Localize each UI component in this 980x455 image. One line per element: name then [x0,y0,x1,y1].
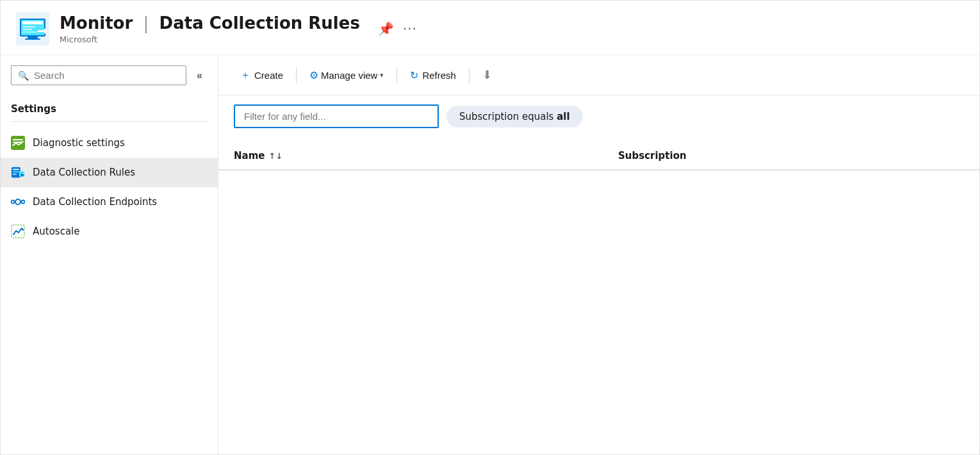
page-title: Monitor | Data Collection Rules [60,13,360,33]
svg-rect-17 [13,174,17,175]
toolbar: ＋ Create ⚙ Manage view ▾ ↻ Refresh ⬇ [218,55,979,95]
sidebar-search-box[interactable]: 🔍 [11,65,186,85]
sidebar-item-autoscale[interactable]: Autoscale [1,217,218,246]
toolbar-divider-2 [396,67,397,83]
autoscale-icon [11,224,25,238]
data-collection-rules-icon [11,165,25,179]
table-col-name-header[interactable]: Name ↑↓ [234,150,618,161]
create-label: Create [254,70,283,81]
svg-point-22 [22,201,25,204]
sidebar-item-diagnostic-settings[interactable]: Diagnostic settings [1,128,218,158]
app-icon [16,12,49,46]
svg-rect-5 [22,29,32,30]
plus-icon: ＋ [240,69,250,82]
svg-rect-16 [13,171,19,172]
download-button[interactable]: ⬇ [476,64,498,86]
svg-rect-7 [28,37,38,38]
header-actions: 📌 ··· [378,21,417,37]
diagnostic-settings-label: Diagnostic settings [33,137,125,149]
search-icon: 🔍 [18,70,29,81]
data-collection-endpoints-label: Data Collection Endpoints [33,196,157,208]
more-options-icon[interactable]: ··· [403,21,417,37]
collapse-sidebar-button[interactable]: « [192,67,208,84]
diagnostic-settings-icon [11,136,25,150]
subscription-label: Subscription equals [459,111,553,122]
title-suffix: Data Collection Rules [159,13,360,33]
page-header: Monitor | Data Collection Rules Microsof… [1,1,979,55]
settings-divider [11,121,208,122]
search-input[interactable] [34,70,179,81]
subscription-filter-badge[interactable]: Subscription equals all [446,106,583,128]
toolbar-divider-1 [296,67,297,83]
content-area: ＋ Create ⚙ Manage view ▾ ↻ Refresh ⬇ [218,55,979,454]
manage-view-label: Manage view [321,70,377,81]
table-col-subscription-header: Subscription [618,150,687,161]
chevron-down-icon: ▾ [380,71,384,79]
sidebar-item-data-collection-endpoints[interactable]: Data Collection Endpoints [1,187,218,217]
filter-input[interactable] [234,104,439,128]
svg-rect-15 [13,169,19,170]
data-collection-rules-label: Data Collection Rules [33,167,135,178]
toolbar-divider-3 [469,67,470,83]
svg-point-20 [15,199,20,204]
table-header: Name ↑↓ Subscription [218,142,979,170]
refresh-icon: ↻ [410,69,418,81]
filter-row: Subscription equals all [218,95,979,137]
download-icon: ⬇ [482,68,492,82]
svg-rect-12 [13,139,23,140]
sidebar-item-data-collection-rules[interactable]: Data Collection Rules [1,158,218,187]
sort-icon[interactable]: ↑↓ [268,151,282,161]
name-column-label: Name [234,150,265,161]
subscription-value: all [557,111,569,122]
sidebar-search-row: 🔍 « [1,65,218,85]
main-layout: 🔍 « Settings Diagnostic sett [1,55,979,454]
data-collection-endpoints-icon [11,195,25,209]
svg-rect-4 [22,26,35,28]
svg-rect-8 [25,38,40,40]
svg-rect-6 [22,31,38,33]
manage-view-button[interactable]: ⚙ Manage view ▾ [303,65,390,85]
svg-rect-3 [22,21,43,24]
svg-point-21 [12,201,15,204]
title-prefix: Monitor [60,13,133,33]
autoscale-label: Autoscale [33,226,79,237]
pin-icon[interactable]: 📌 [378,21,394,37]
refresh-button[interactable]: ↻ Refresh [404,65,462,85]
sidebar: 🔍 « Settings Diagnostic sett [1,55,218,454]
title-separator: | [138,13,154,33]
page-subtitle: Microsoft [60,35,360,44]
header-text-block: Monitor | Data Collection Rules Microsof… [60,13,360,44]
refresh-label: Refresh [422,70,456,81]
create-button[interactable]: ＋ Create [234,65,290,86]
gear-icon: ⚙ [309,69,318,81]
settings-section-label: Settings [1,98,218,119]
